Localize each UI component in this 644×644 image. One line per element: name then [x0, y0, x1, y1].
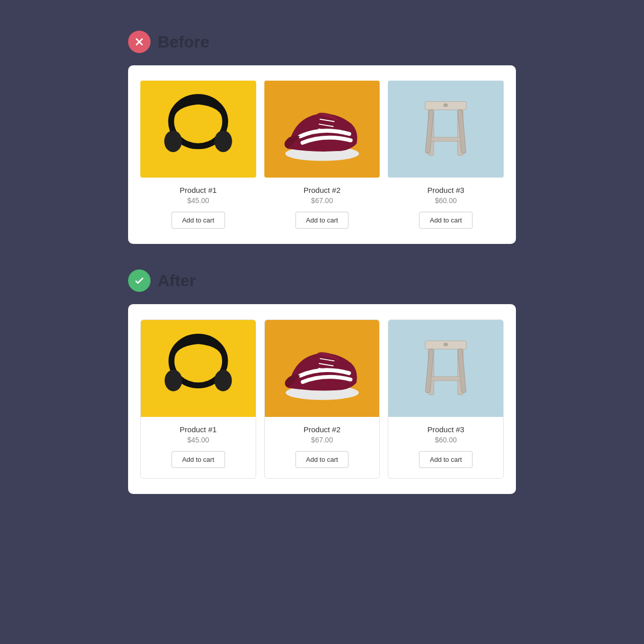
- after-product-3-image-wrap: [388, 320, 503, 417]
- before-product-1-name: Product #1: [180, 186, 217, 194]
- after-header: After: [128, 269, 516, 292]
- before-product-2-add-to-cart[interactable]: Add to cart: [295, 212, 349, 229]
- before-product-1: Product #1 $45.00 Add to cart: [140, 81, 256, 229]
- before-product-2-image-wrap: [264, 81, 380, 178]
- svg-point-19: [164, 370, 182, 391]
- svg-point-3: [164, 131, 182, 152]
- before-product-3-add-to-cart[interactable]: Add to cart: [419, 212, 473, 229]
- before-product-3: Product #3 $60.00 Add to cart: [388, 81, 504, 229]
- after-icon: [128, 269, 151, 292]
- svg-point-4: [214, 131, 232, 152]
- svg-rect-14: [431, 137, 460, 141]
- before-title: Before: [158, 33, 209, 52]
- before-products-grid: Product #1 $45.00 Add to cart: [140, 81, 504, 229]
- svg-rect-30: [431, 377, 460, 381]
- after-products-grid: Product #1 $45.00 Add to cart: [140, 319, 504, 479]
- after-product-1-add-to-cart[interactable]: Add to cart: [171, 451, 225, 468]
- before-header: Before: [128, 31, 516, 53]
- before-card: Product #1 $45.00 Add to cart: [128, 65, 516, 244]
- after-product-2-add-to-cart[interactable]: Add to cart: [295, 451, 349, 468]
- after-product-2-name: Product #2: [304, 425, 341, 434]
- before-product-1-add-to-cart[interactable]: Add to cart: [171, 212, 225, 229]
- after-section: After Pro: [128, 269, 516, 494]
- after-product-3: Product #3 $60.00 Add to cart: [388, 319, 504, 479]
- shoe-image: [264, 81, 380, 178]
- svg-point-31: [443, 343, 448, 346]
- before-product-2-name: Product #2: [304, 186, 341, 194]
- after-stool-image: [388, 320, 503, 417]
- before-product-1-price: $45.00: [187, 196, 209, 205]
- after-product-1: Product #1 $45.00 Add to cart: [140, 319, 256, 479]
- before-product-2-price: $67.00: [311, 196, 333, 205]
- svg-point-20: [214, 370, 232, 391]
- after-product-1-image-wrap: [141, 320, 256, 417]
- svg-point-15: [443, 104, 448, 107]
- headphones-image: [140, 81, 256, 178]
- after-title: After: [158, 271, 196, 290]
- before-product-3-name: Product #3: [427, 186, 464, 194]
- before-product-1-image-wrap: [140, 81, 256, 178]
- before-product-3-image-wrap: [388, 81, 504, 178]
- after-shoe-image: [265, 320, 380, 417]
- after-product-3-add-to-cart[interactable]: Add to cart: [419, 451, 473, 468]
- before-product-2: Product #2 $67.00 Add to cart: [264, 81, 380, 229]
- after-headphones-image: [141, 320, 256, 417]
- after-product-3-price: $60.00: [435, 436, 457, 444]
- after-product-1-name: Product #1: [180, 425, 217, 434]
- after-product-2: Product #2 $67.00 Add to cart: [264, 319, 380, 479]
- after-product-1-price: $45.00: [187, 436, 209, 444]
- stool-image: [388, 81, 504, 178]
- before-icon: [128, 31, 151, 53]
- before-product-3-price: $60.00: [435, 196, 457, 205]
- after-product-2-price: $67.00: [311, 436, 333, 444]
- after-product-3-name: Product #3: [427, 425, 464, 434]
- before-section: Before Pr: [128, 31, 516, 244]
- after-product-2-image-wrap: [265, 320, 380, 417]
- after-card: Product #1 $45.00 Add to cart: [128, 304, 516, 494]
